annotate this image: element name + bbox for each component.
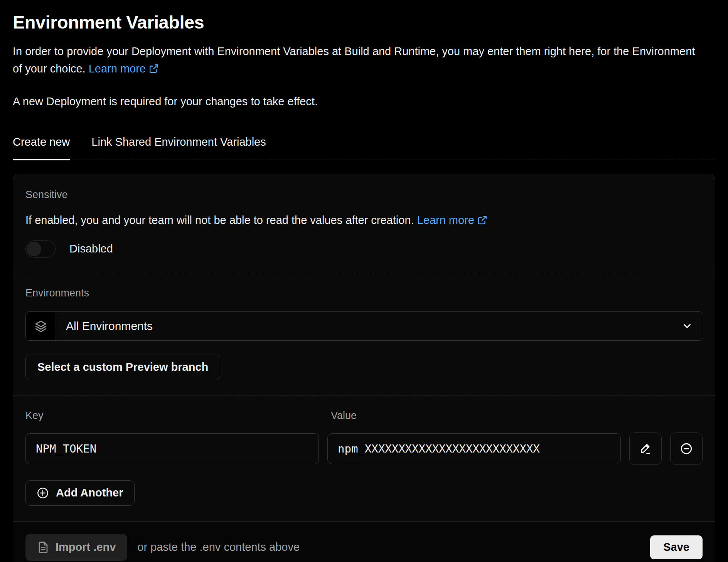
select-preview-branch-button[interactable]: Select a custom Preview branch — [25, 355, 220, 380]
tab-create-new[interactable]: Create new — [13, 136, 70, 160]
key-value-row — [25, 432, 703, 465]
tab-bar: Create new Link Shared Environment Varia… — [13, 136, 715, 160]
chevron-down-icon — [681, 320, 693, 332]
circle-plus-icon — [37, 487, 49, 499]
file-document-icon — [37, 541, 49, 554]
import-env-button[interactable]: Import .env — [25, 534, 127, 561]
environments-select-iconbox — [26, 312, 56, 340]
save-button[interactable]: Save — [650, 535, 703, 559]
key-value-labels: Key Value — [25, 410, 703, 422]
paste-hint: or paste the .env contents above — [137, 541, 300, 554]
add-another-button[interactable]: Add Another — [25, 480, 135, 506]
environments-select[interactable]: All Environments — [25, 311, 703, 341]
sensitive-toggle-state: Disabled — [69, 242, 113, 255]
circle-minus-icon — [680, 442, 693, 455]
value-input[interactable] — [327, 433, 621, 464]
learn-more-link[interactable]: Learn more — [89, 60, 159, 77]
remove-row-button[interactable] — [670, 432, 703, 465]
pencil-edit-icon — [639, 442, 652, 455]
page-title: Environment Variables — [13, 12, 715, 33]
sensitive-toggle-row: Disabled — [25, 241, 703, 257]
key-value-section: Key Value Add Another — [13, 395, 715, 521]
import-env-label: Import .env — [56, 541, 116, 554]
layers-icon — [34, 320, 47, 333]
sensitive-section: Sensitive If enabled, you and your team … — [13, 175, 715, 273]
environments-selected-value: All Environments — [56, 312, 681, 340]
sensitive-learn-more-link[interactable]: Learn more — [417, 214, 487, 227]
learn-more-label: Learn more — [89, 60, 146, 77]
add-another-label: Add Another — [56, 486, 123, 499]
toggle-knob — [27, 242, 41, 256]
external-link-icon — [149, 64, 159, 74]
deployment-note: A new Deployment is required for your ch… — [13, 95, 715, 108]
value-label: Value — [331, 410, 357, 422]
key-input[interactable] — [25, 433, 319, 464]
sensitive-label: Sensitive — [25, 189, 703, 201]
sensitive-description: If enabled, you and your team will not b… — [25, 214, 703, 227]
environments-section: Environments All Environments Select a c… — [13, 273, 715, 395]
external-link-icon — [477, 215, 487, 225]
key-label: Key — [25, 410, 331, 422]
sensitive-toggle[interactable] — [25, 241, 56, 257]
sensitive-learn-more-label: Learn more — [417, 214, 474, 227]
edit-value-button[interactable] — [629, 432, 662, 465]
page-description: In order to provide your Deployment with… — [13, 43, 707, 77]
card-footer: Import .env or paste the .env contents a… — [13, 521, 715, 562]
tab-link-shared[interactable]: Link Shared Environment Variables — [91, 136, 266, 160]
env-variables-card: Sensitive If enabled, you and your team … — [13, 175, 715, 562]
environment-variables-page: Environment Variables In order to provid… — [0, 0, 728, 562]
sensitive-description-text: If enabled, you and your team will not b… — [25, 214, 414, 226]
environments-label: Environments — [25, 287, 703, 299]
